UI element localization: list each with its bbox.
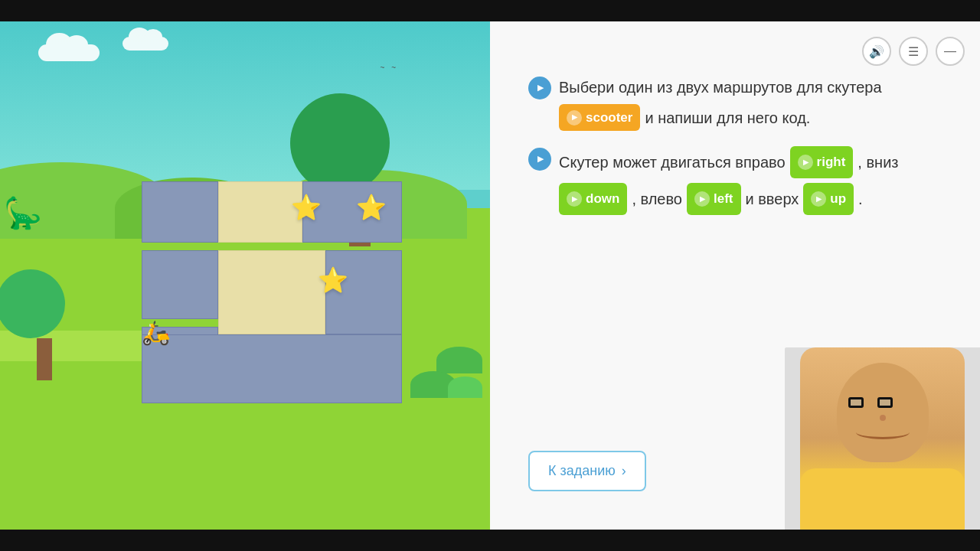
- audio-button-1[interactable]: [528, 77, 551, 99]
- down-badge-label: down: [586, 186, 619, 212]
- instruction-text-1: Выбери один из двух маршрутов для скутер…: [559, 75, 942, 131]
- instruction-text-1a: Выбери один из двух маршрутов для скутер…: [559, 75, 882, 99]
- tree-small-trunk: [37, 338, 52, 380]
- instruction-block: Выбери один из двух маршрутов для скутер…: [528, 75, 942, 230]
- volume-icon: 🔊: [869, 44, 884, 59]
- cloud-2: [122, 37, 168, 51]
- kid-nose: [880, 415, 886, 421]
- bush-right: [410, 371, 482, 401]
- game-panel: ~ ~: [0, 21, 490, 530]
- kid-face: [837, 363, 929, 462]
- instruction-text-2b: , вниз: [858, 147, 898, 178]
- webcam-overlay: [785, 347, 980, 530]
- right-glass: [877, 397, 893, 408]
- badge-audio-icon-scooter[interactable]: [567, 110, 582, 126]
- instruction-text-2d: и вверх: [746, 184, 799, 214]
- bush-4: [448, 377, 482, 398]
- bush-1: [436, 347, 482, 373]
- left-badge-label: left: [714, 186, 733, 212]
- task-button[interactable]: К заданию ›: [528, 451, 646, 491]
- left-badge: left: [687, 183, 741, 215]
- instruction-text-1b: и напиши для него код.: [645, 106, 810, 130]
- kid-shirt: [800, 468, 965, 530]
- instruction-text-2a: Скутер может двигаться вправо: [559, 147, 786, 178]
- maze-block: [142, 250, 218, 319]
- tree-small-crown: [0, 269, 65, 338]
- instruction-text-2: Скутер может двигаться вправо right , вн…: [559, 146, 942, 215]
- top-icons: 🔊 ☰ —: [862, 37, 965, 66]
- volume-button[interactable]: 🔊: [862, 37, 891, 66]
- minus-icon: —: [944, 44, 956, 58]
- instruction-text-2c: , влево: [632, 184, 682, 214]
- instruction-text-2e: .: [858, 184, 863, 214]
- path-tile: [218, 250, 325, 334]
- badge-audio-icon-right[interactable]: [798, 155, 813, 170]
- task-button-arrow: ›: [622, 463, 626, 479]
- left-glass: [848, 397, 864, 408]
- maze-block: [142, 334, 402, 403]
- character: 🦕: [4, 195, 42, 231]
- kid-body: [800, 347, 965, 530]
- star-1: ⭐: [291, 193, 322, 222]
- path-tile: [218, 181, 302, 243]
- scooter-badge: scooter: [559, 104, 640, 131]
- top-bar: [0, 0, 980, 21]
- right-badge-label: right: [817, 149, 846, 175]
- up-badge: up: [803, 183, 854, 215]
- cloud-1: [38, 44, 100, 61]
- maze-block: [142, 181, 218, 243]
- instruction-row-1: Выбери один из двух маршрутов для скутер…: [528, 75, 942, 131]
- star-2: ⭐: [356, 193, 387, 222]
- bottom-bar: [0, 530, 980, 551]
- right-badge: right: [790, 146, 854, 178]
- badge-audio-icon-left[interactable]: [694, 191, 710, 207]
- menu-icon: ☰: [908, 44, 919, 59]
- tree-big-crown: [290, 93, 390, 193]
- kid-eyes: [848, 397, 893, 408]
- birds: ~ ~: [381, 64, 398, 72]
- down-badge: down: [559, 183, 627, 215]
- badge-audio-icon-up[interactable]: [811, 191, 826, 207]
- scooter-badge-label: scooter: [586, 107, 632, 128]
- right-panel: 🔊 ☰ — Выбери один из двух маршрутов для …: [490, 21, 980, 530]
- instruction-row-2: Скутер может двигаться вправо right , вн…: [528, 146, 942, 215]
- menu-button[interactable]: ☰: [899, 37, 928, 66]
- tree-small-left: [23, 281, 65, 380]
- maze-area: ⭐ ⭐ ⭐: [142, 181, 402, 403]
- audio-button-2[interactable]: [528, 148, 551, 171]
- close-button[interactable]: —: [936, 37, 965, 66]
- star-3: ⭐: [318, 266, 348, 295]
- badge-audio-icon-down[interactable]: [567, 191, 582, 207]
- task-button-label: К заданию: [548, 463, 616, 479]
- scooter-character: 🛵: [142, 319, 170, 346]
- kid-mouth: [856, 425, 910, 439]
- up-badge-label: up: [830, 186, 846, 212]
